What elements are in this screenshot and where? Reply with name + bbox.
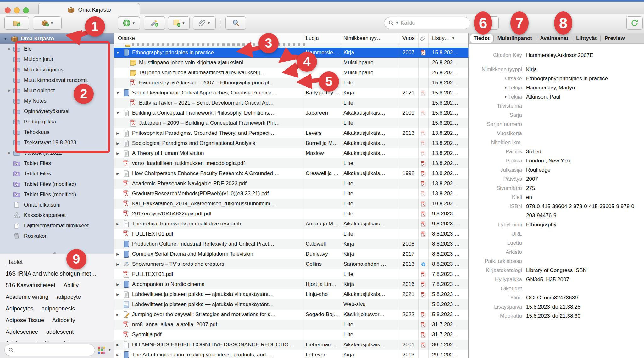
table-row[interactable]: PDF 2017erciyes10464822dpa.pdf.pdf Liite… xyxy=(114,209,468,219)
clipped-row[interactable] xyxy=(114,43,468,48)
search-input[interactable] xyxy=(400,20,466,26)
sidebar-special-item[interactable]: Lajittelemattomat nimikkeet xyxy=(0,220,114,231)
field-value[interactable]: Ethnography xyxy=(522,220,556,229)
column-header-type[interactable]: Nimikkeen tyy… xyxy=(340,33,399,43)
table-row[interactable]: ▶ The Art of explanation: making your id… xyxy=(114,350,468,358)
table-row[interactable]: PDF Kai_Hakkarainen_2014_Akateemisen_tut… xyxy=(114,199,468,209)
sidebar-special-item[interactable]: Tablet Files (modified) xyxy=(0,189,114,200)
disclosure-triangle-icon[interactable]: ▼ xyxy=(4,37,8,41)
field-value[interactable] xyxy=(522,284,526,293)
field-value[interactable]: 15.8.2023 klo 21.38.28 xyxy=(522,302,580,311)
tag[interactable]: Academic writing xyxy=(6,294,48,300)
expand-triangle-icon[interactable]: ▶ xyxy=(115,343,120,347)
table-row[interactable]: ▶ DO AMNESICS EXHIBIT COGNITIVE DISSONAN… xyxy=(114,340,468,350)
table-row[interactable]: ▶ Showrunners – TV's lords and creators … xyxy=(114,259,468,269)
expand-triangle-icon[interactable]: ▶ xyxy=(115,252,120,256)
tab-muistiinpanot[interactable]: Muistiinpanot xyxy=(494,34,535,43)
minimize-window-button[interactable] xyxy=(14,7,20,13)
table-row[interactable]: Lähdeviitteet ja pisteen paikka — ajatuk… xyxy=(114,299,468,310)
field-value[interactable]: London ; New York xyxy=(522,156,571,165)
tag[interactable]: Adipocytes xyxy=(6,305,33,312)
field-value[interactable]: Kirja xyxy=(522,65,537,74)
table-row[interactable]: ▶ Jumping over the paywall: Strategies a… xyxy=(114,310,468,320)
tag[interactable]: adolescent xyxy=(46,329,74,335)
table-row[interactable]: ▶ Theoretical frameworks in qualitative … xyxy=(114,219,468,229)
field-value[interactable] xyxy=(522,257,526,266)
sidebar-special-item[interactable]: Omat julkaisuni xyxy=(0,200,114,210)
field-caret-icon[interactable]: ▼ xyxy=(504,83,507,92)
table-row[interactable]: PDF varto_laadullisen_tutkimuksen_metodo… xyxy=(114,158,468,168)
tag[interactable]: Adipose Tissue xyxy=(6,317,44,324)
table-row[interactable]: PDF Hammersley ja Atkinson – 2007 – Ethn… xyxy=(114,78,468,88)
new-library-button[interactable]: ▼ xyxy=(33,16,62,30)
tag-colors-icon[interactable] xyxy=(97,346,106,354)
field-value[interactable] xyxy=(522,229,526,238)
table-row[interactable]: PDF Jabareen – 2009 – Building a Concept… xyxy=(114,118,468,128)
table-row[interactable]: ▶ Lähdeviitteet ja pisteen paikka — ajat… xyxy=(114,289,468,299)
tag[interactable]: Adolescence xyxy=(6,329,38,335)
add-by-identifier-button[interactable] xyxy=(144,16,165,30)
tag[interactable]: Adiposity xyxy=(52,317,75,324)
table-row[interactable]: ▶ How Chairpersons Enhance Faculty Resea… xyxy=(114,168,468,179)
field-value[interactable]: en xyxy=(522,193,532,202)
field-value[interactable] xyxy=(522,120,526,129)
field-caret-icon[interactable]: ▼ xyxy=(504,92,507,101)
field-value[interactable]: 978-0-415-39604-2 978-0-415-39605-9 978-… xyxy=(522,202,641,220)
field-value[interactable]: Hammersley.Atkinson2007E xyxy=(522,51,593,60)
table-row[interactable]: Muistiinpano johon voin kirjoittaa ajatu… xyxy=(114,58,468,68)
chevron-down-icon[interactable]: ▼ xyxy=(108,348,111,352)
table-row[interactable]: PDF Batty ja Taylor – 2021 – Script Deve… xyxy=(114,98,468,108)
expand-triangle-icon[interactable]: ▼ xyxy=(115,51,120,54)
expand-triangle-icon[interactable]: ▶ xyxy=(115,141,120,145)
table-row[interactable]: Tai johon voin tuoda automaattisesti all… xyxy=(114,68,468,78)
column-header-attachment[interactable] xyxy=(418,33,428,43)
tab-tiedot[interactable]: Tiedot xyxy=(470,34,493,43)
expand-triangle-icon[interactable]: ▶ xyxy=(115,151,120,156)
new-item-button[interactable]: ▼ xyxy=(118,16,140,30)
tab-avainsanat[interactable]: Avainsanat xyxy=(537,34,571,43)
new-note-button[interactable]: ▼ xyxy=(168,16,190,30)
field-value[interactable] xyxy=(522,101,526,111)
table-row[interactable]: PDF Academic-Phrasebank-Navigable-PDF-20… xyxy=(114,179,468,189)
tag-search-input[interactable] xyxy=(16,347,92,353)
field-value[interactable]: Atkinson, Paul xyxy=(522,92,560,101)
table-row[interactable]: ▼ Script Development: Critical Approache… xyxy=(114,88,468,98)
field-value[interactable] xyxy=(522,129,526,138)
field-value[interactable]: GN345 .H35 2007 xyxy=(522,275,569,284)
add-attachment-button[interactable]: ▼ xyxy=(193,16,216,30)
zoom-window-button[interactable] xyxy=(23,7,29,13)
tag[interactable]: adipocyte xyxy=(57,294,81,300)
table-row[interactable]: PDF GraduateResearchMethods(PDFweb)(v1.0… xyxy=(114,189,468,199)
expand-triangle-icon[interactable]: ▶ xyxy=(115,313,120,317)
disclosure-triangle-icon[interactable]: ▶ xyxy=(7,47,12,51)
field-value[interactable]: 15.8.2023 klo 21.38.30 xyxy=(522,311,580,321)
column-header-creator[interactable]: Luoja xyxy=(302,33,340,43)
field-value[interactable]: Library of Congress ISBN xyxy=(522,266,587,275)
expand-triangle-icon[interactable]: ▶ xyxy=(115,282,120,287)
table-row[interactable]: PDF FULLTEXT01.pdf Liite PDF 7.8.2023 … xyxy=(114,269,468,279)
close-window-button[interactable] xyxy=(5,7,11,13)
table-row[interactable]: ▼ Building a Conceptual Framework: Philo… xyxy=(114,108,468,118)
table-row[interactable]: ▶ Philosophical Paradigms, Grounded Theo… xyxy=(114,128,468,138)
table-row[interactable]: PDF nro8_anna_aikaa_ajatella_2007.pdf Li… xyxy=(114,320,468,330)
field-value[interactable] xyxy=(522,238,526,247)
table-row[interactable]: Production Culture: Industrial Reflexivi… xyxy=(114,239,468,249)
field-value[interactable] xyxy=(522,138,526,147)
quick-search-field[interactable]: ▼ xyxy=(384,17,470,29)
expand-triangle-icon[interactable]: ▶ xyxy=(115,131,120,135)
table-row[interactable]: ▼ Ethnography: principles in practice Ha… xyxy=(114,48,468,58)
field-value[interactable]: Ethnography: principles in practice xyxy=(522,74,608,83)
table-row[interactable]: PDF Syomitja.pdf Liite PDF 31.7.202… xyxy=(114,330,468,340)
field-value[interactable]: 2007 xyxy=(522,174,538,184)
tab-liittyvät[interactable]: Liittyvät xyxy=(573,34,600,43)
table-row[interactable]: ▶ A Theory of Human Motivation Maslow Ai… xyxy=(114,148,468,158)
field-value[interactable]: Hammersley, Martyn xyxy=(522,83,575,92)
sync-button[interactable] xyxy=(626,16,643,30)
disclosure-triangle-icon[interactable]: ▶ xyxy=(7,151,12,155)
sidebar-special-item[interactable]: Tablet Files xyxy=(0,158,114,168)
table-row[interactable]: ▶ Sociological Paradigms and Organisatio… xyxy=(114,138,468,148)
table-row[interactable]: PDF FULLTEXT01.pdf Liite PDF 8.8.2023 … xyxy=(114,229,468,239)
disclosure-triangle-icon[interactable]: ▶ xyxy=(7,88,12,93)
field-value[interactable] xyxy=(522,111,526,120)
column-header-date-added[interactable]: Lisäy…▼ xyxy=(428,33,468,43)
